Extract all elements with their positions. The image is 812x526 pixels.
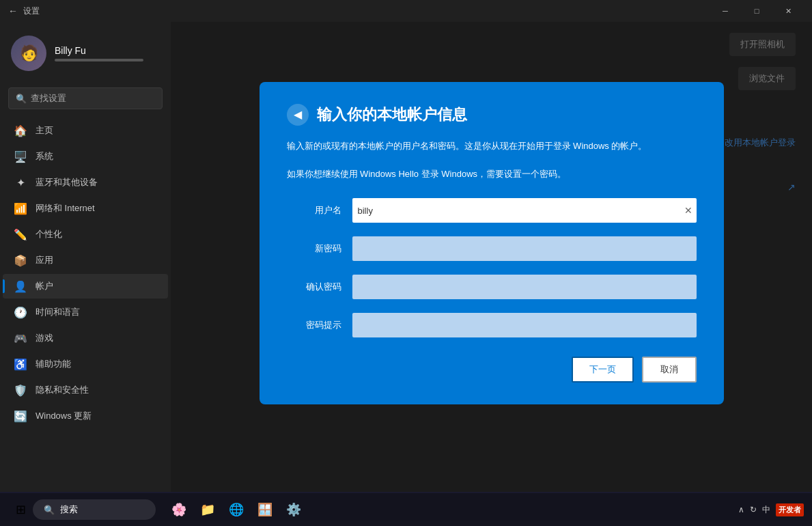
main-content: 🧑 Billy Fu 🔍 查找设置 🏠 主页 🖥️ 系统 ✦ 蓝牙和其他	[0, 22, 812, 492]
password-hint-input-wrapper	[352, 313, 697, 337]
sidebar-item-label: 帐户	[36, 280, 53, 292]
taskbar-search-icon: 🔍	[44, 505, 55, 515]
sidebar-item-label: 网络和 Internet	[36, 202, 95, 214]
title-back-icon[interactable]: ←	[8, 5, 18, 16]
search-icon: 🔍	[16, 94, 27, 104]
time-icon: 🕐	[14, 305, 27, 319]
password-hint-field-row: 密码提示	[287, 313, 697, 337]
search-placeholder: 查找设置	[31, 92, 66, 105]
confirm-password-input-wrapper	[352, 275, 697, 299]
new-password-input[interactable]	[352, 236, 697, 261]
title-bar-left: ← 设置	[8, 5, 710, 17]
password-hint-input[interactable]	[352, 313, 697, 337]
taskbar-chevron-icon[interactable]: ∧	[738, 505, 744, 514]
cancel-button[interactable]: 取消	[642, 357, 697, 383]
sidebar-item-label: 游戏	[36, 332, 53, 344]
sidebar-item-gaming[interactable]: 🎮 游戏	[3, 326, 168, 350]
accessibility-icon: ♿	[14, 357, 27, 371]
taskbar-right: ∧ ↻ 中 开发者	[738, 503, 804, 516]
taskbar-app-settings[interactable]: ⚙️	[281, 497, 306, 522]
sidebar-item-label: 系统	[36, 150, 53, 163]
title-bar-controls: ─ □ ✕	[710, 0, 804, 22]
dialog-overlay: ◀ 输入你的本地帐户信息 输入新的或现有的本地帐户的用户名和密码。这是你从现在开…	[171, 22, 812, 492]
accounts-icon: 👤	[14, 279, 27, 293]
taskbar-app-edge[interactable]: 🌐	[224, 497, 249, 522]
apps-icon: 📦	[14, 253, 27, 267]
dialog-back-button[interactable]: ◀	[287, 104, 309, 126]
dialog-title: 输入你的本地帐户信息	[317, 105, 467, 125]
bluetooth-icon: ✦	[14, 176, 27, 189]
update-icon: 🔄	[14, 409, 27, 423]
search-box[interactable]: 🔍 查找设置	[8, 87, 163, 109]
right-panel: 打开照相机 浏览文件 改用本地帐户登录 ↗ ◀ 输入你的本地帐户信息	[171, 22, 812, 492]
dialog-footer: 下一页 取消	[287, 357, 697, 383]
privacy-icon: 🛡️	[14, 383, 27, 397]
sidebar-item-windows-update[interactable]: 🔄 Windows 更新	[3, 404, 168, 428]
confirm-password-field-row: 确认密码	[287, 275, 697, 299]
back-icon: ◀	[294, 108, 302, 121]
confirm-password-input[interactable]	[352, 275, 697, 299]
title-text: 设置	[23, 5, 40, 17]
sidebar-item-system[interactable]: 🖥️ 系统	[3, 144, 168, 169]
taskbar-search[interactable]: 🔍 搜索	[33, 499, 156, 520]
username-field-row: 用户名 ✕	[287, 198, 697, 223]
username-input[interactable]	[352, 198, 697, 223]
maximize-button[interactable]: □	[741, 0, 772, 22]
sidebar-item-accounts[interactable]: 👤 帐户	[3, 274, 168, 299]
avatar: 🧑	[11, 36, 46, 71]
taskbar-app-flowers[interactable]: 🌸	[167, 497, 191, 522]
user-name: Billy Fu	[55, 45, 160, 56]
taskbar-lang-label: 中	[762, 504, 770, 516]
sidebar-item-label: 个性化	[36, 228, 62, 240]
sidebar-item-network[interactable]: 📶 网络和 Internet	[3, 196, 168, 221]
new-password-field-row: 新密码	[287, 236, 697, 261]
start-icon: ⊞	[16, 502, 26, 517]
sidebar-item-label: Windows 更新	[36, 410, 92, 422]
sidebar-item-bluetooth[interactable]: ✦ 蓝牙和其他设备	[3, 170, 168, 195]
user-section: 🧑 Billy Fu	[0, 27, 171, 79]
minimize-button[interactable]: ─	[710, 0, 741, 22]
dialog-header: ◀ 输入你的本地帐户信息	[287, 104, 697, 126]
username-label: 用户名	[287, 204, 341, 217]
taskbar-refresh-icon: ↻	[750, 505, 757, 514]
sidebar-item-label: 隐私和安全性	[36, 384, 89, 396]
confirm-password-label: 确认密码	[287, 281, 341, 293]
sidebar-item-personalization[interactable]: ✏️ 个性化	[3, 222, 168, 247]
network-icon: 📶	[14, 202, 27, 215]
system-icon: 🖥️	[14, 150, 27, 163]
taskbar-app-explorer[interactable]: 📁	[195, 497, 220, 522]
sidebar: 🧑 Billy Fu 🔍 查找设置 🏠 主页 🖥️ 系统 ✦ 蓝牙和其他	[0, 22, 171, 492]
username-input-wrapper: ✕	[352, 198, 697, 223]
sidebar-item-accessibility[interactable]: ♿ 辅助功能	[3, 352, 168, 376]
sidebar-item-label: 蓝牙和其他设备	[36, 176, 98, 189]
gaming-icon: 🎮	[14, 331, 27, 345]
sidebar-item-home[interactable]: 🏠 主页	[3, 118, 168, 143]
sidebar-item-privacy[interactable]: 🛡️ 隐私和安全性	[3, 378, 168, 402]
start-button[interactable]: ⊞	[8, 497, 33, 522]
user-bar	[55, 59, 143, 61]
password-hint-label: 密码提示	[287, 319, 341, 331]
sidebar-item-label: 应用	[36, 254, 53, 266]
settings-window: ← 设置 ─ □ ✕ 🧑 Billy Fu 🔍 查找设置 🏠	[0, 0, 812, 492]
user-info: Billy Fu	[55, 45, 160, 61]
personalization-icon: ✏️	[14, 227, 27, 241]
sidebar-item-label: 主页	[36, 124, 53, 137]
developer-badge: 开发者	[776, 503, 804, 516]
local-account-dialog: ◀ 输入你的本地帐户信息 输入新的或现有的本地帐户的用户名和密码。这是你从现在开…	[260, 82, 724, 404]
taskbar-search-label: 搜索	[60, 503, 78, 516]
next-button[interactable]: 下一页	[572, 357, 634, 383]
title-bar: ← 设置 ─ □ ✕	[0, 0, 812, 22]
new-password-label: 新密码	[287, 243, 341, 255]
taskbar-app-store[interactable]: 🪟	[253, 497, 277, 522]
username-clear-button[interactable]: ✕	[684, 205, 692, 216]
new-password-input-wrapper	[352, 236, 697, 261]
home-icon: 🏠	[14, 124, 27, 137]
close-button[interactable]: ✕	[772, 0, 804, 22]
sidebar-item-apps[interactable]: 📦 应用	[3, 248, 168, 273]
taskbar: ⊞ 🔍 搜索 🌸 📁 🌐 🪟 ⚙️ ∧ ↻ 中 开发者	[0, 493, 812, 526]
sidebar-item-time[interactable]: 🕐 时间和语言	[3, 300, 168, 324]
dialog-description: 输入新的或现有的本地帐户的用户名和密码。这是你从现在开始用于登录 Windows…	[287, 139, 697, 182]
taskbar-app-icons: 🌸 📁 🌐 🪟 ⚙️	[167, 497, 306, 522]
sidebar-item-label: 时间和语言	[36, 306, 80, 318]
sidebar-item-label: 辅助功能	[36, 358, 71, 370]
